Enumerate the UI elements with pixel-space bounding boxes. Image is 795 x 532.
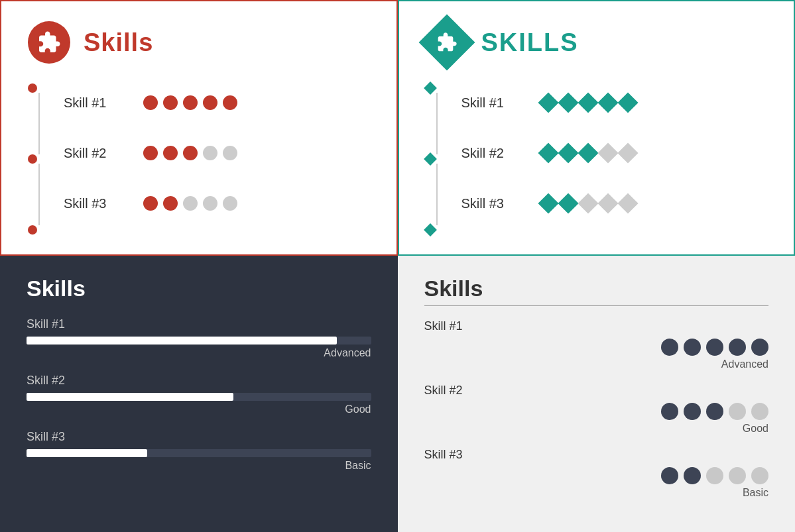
skill-dots-3 (143, 196, 237, 211)
timeline-dot-1 (28, 83, 37, 93)
panel-header: SKILLS (426, 21, 768, 64)
dot (203, 95, 217, 110)
skills-icon-inner (436, 32, 458, 53)
bar-skill-group-3: Skill #3 Basic (27, 430, 371, 472)
skill-name-3: Skill #3 (64, 196, 130, 211)
bar-fill-1 (27, 337, 337, 345)
dot (143, 196, 158, 211)
bar-level-1: Advanced (27, 347, 371, 359)
dot (223, 146, 237, 160)
vline (38, 93, 40, 154)
br-skill-group-2: Skill #2 Good (424, 384, 769, 435)
bar-level-2: Good (27, 403, 371, 415)
skill-name-2: Skill #2 (64, 146, 130, 161)
bar-skill-group-2: Skill #2 Good (27, 374, 371, 415)
br-skill-name-1: Skill #1 (424, 319, 769, 333)
dot (163, 196, 178, 211)
teal-skill-name-1: Skill #1 (461, 95, 528, 111)
dot (203, 196, 217, 211)
teal-skill-dots-2 (541, 146, 635, 160)
dot (183, 95, 198, 110)
bar-fill-2 (27, 393, 233, 401)
dark-dot (729, 339, 746, 356)
panel-bottom-left: Skills Skill #1 Advanced Skill #2 Good S… (0, 256, 398, 532)
dark-dot (684, 339, 701, 356)
panel-title-dark: Skills (27, 276, 371, 301)
dot (163, 95, 178, 110)
dot (183, 146, 198, 160)
teal-skill-row-2: Skill #2 (461, 146, 768, 161)
br-skill-name-3: Skill #3 (424, 448, 769, 462)
teal-skill-dots-3 (541, 196, 635, 211)
diamond (617, 193, 638, 213)
bar-track-3 (27, 449, 371, 457)
panel-title-light: Skills (424, 276, 769, 301)
diamond (558, 142, 578, 163)
vline (436, 164, 438, 225)
teal-skill-dots-1 (541, 95, 635, 110)
skill-dots-2 (143, 146, 237, 160)
br-skill-group-3: Skill #3 Basic (424, 448, 769, 499)
panel-title: Skills (84, 28, 153, 57)
diamond (617, 92, 638, 113)
teal-skill-row-1: Skill #1 (461, 95, 768, 111)
diamond (597, 92, 618, 113)
dark-dot (684, 467, 701, 484)
bar-skill-group-1: Skill #1 Advanced (27, 317, 371, 359)
dot (223, 95, 237, 110)
diamond (617, 142, 638, 163)
teal-skill-name-3: Skill #3 (461, 196, 528, 211)
vline (38, 164, 40, 225)
dot (143, 146, 158, 160)
br-level-2: Good (424, 423, 769, 435)
br-dots-3 (424, 467, 769, 484)
bar-skill-name-2: Skill #2 (27, 374, 371, 388)
skills-icon-teal (418, 15, 475, 71)
skills-list: Skill #1 Skill #2 (64, 83, 370, 235)
dot (183, 196, 198, 211)
bar-fill-3 (27, 449, 147, 457)
skill-row-2: Skill #2 (64, 146, 370, 161)
vline (436, 93, 438, 154)
diamond (597, 142, 618, 163)
br-dots-1 (424, 339, 769, 356)
divider (424, 305, 769, 306)
teal-diamond-icon-wrapper (426, 21, 468, 64)
dark-dot (661, 403, 678, 420)
br-skill-group-1: Skill #1 Advanced (424, 319, 769, 370)
bar-track-1 (27, 337, 371, 345)
bar-skill-name-3: Skill #3 (27, 430, 371, 444)
dot (203, 146, 217, 160)
panel-bottom-right: Skills Skill #1 Advanced Skill #2 Good S… (398, 256, 796, 532)
diamond (538, 193, 558, 213)
teal-dot-1 (424, 81, 437, 95)
dark-dot (729, 403, 746, 420)
bar-skill-name-1: Skill #1 (27, 317, 371, 331)
panel-header: Skills (28, 21, 370, 64)
dot (163, 146, 178, 160)
panel-top-left: Skills Skill #1 Skill # (0, 0, 398, 256)
dark-dot (751, 403, 768, 420)
dark-dot (751, 467, 768, 484)
dark-dot (751, 339, 768, 356)
br-level-3: Basic (424, 487, 769, 499)
timeline-dot-3 (28, 225, 37, 235)
br-level-1: Advanced (424, 358, 769, 370)
diamond (558, 92, 578, 113)
teal-dot-2 (424, 152, 437, 166)
diamond (578, 142, 598, 163)
dark-dot (661, 339, 678, 356)
dark-dot (661, 467, 678, 484)
panel-title-teal: SKILLS (481, 28, 579, 57)
dot (143, 95, 158, 110)
dark-dot (706, 467, 723, 484)
skills-list-teal: Skill #1 Skill #2 (461, 83, 768, 235)
diamond (538, 142, 558, 163)
skills-content: Skill #1 Skill #2 (426, 83, 768, 235)
teal-skill-name-2: Skill #2 (461, 146, 528, 161)
dark-dot (684, 403, 701, 420)
teal-dot-3 (424, 223, 437, 237)
br-dots-2 (424, 403, 769, 420)
skill-dots-1 (143, 95, 237, 110)
timeline-col (28, 83, 50, 235)
